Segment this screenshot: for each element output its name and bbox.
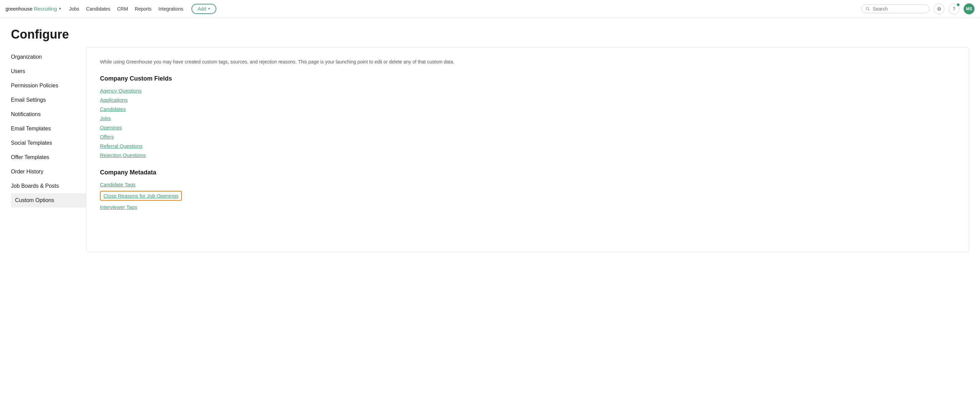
sidebar-item-offer-templates[interactable]: Offer Templates — [11, 150, 86, 164]
svg-line-1 — [869, 9, 869, 10]
help-button[interactable]: ? — [948, 3, 959, 14]
link-referral-questions[interactable]: Referral Questions — [100, 143, 955, 149]
topnav-right: ⚙ ? MS — [861, 3, 975, 14]
company-metadata-section: Company Metadata Candidate Tags Close Re… — [100, 169, 955, 210]
nav-reports[interactable]: Reports — [135, 6, 151, 11]
search-bar[interactable] — [861, 5, 929, 13]
help-question-icon: ? — [953, 6, 955, 11]
add-button[interactable]: Add ▾ — [191, 4, 216, 14]
sidebar-item-email-templates[interactable]: Email Templates — [11, 121, 86, 136]
link-candidate-tags[interactable]: Candidate Tags — [100, 182, 955, 187]
link-applications[interactable]: Applications — [100, 97, 955, 103]
search-icon — [866, 6, 870, 11]
sidebar-item-job-boards-posts[interactable]: Job Boards & Posts — [11, 179, 86, 193]
sidebar-item-organization[interactable]: Organization — [11, 50, 86, 64]
logo-caret: ▾ — [59, 6, 61, 11]
nav-integrations[interactable]: Integrations — [158, 6, 183, 11]
link-interviewer-tags[interactable]: Interviewer Tags — [100, 204, 955, 210]
nav-links: Jobs Candidates CRM Reports Integrations — [69, 6, 184, 11]
content-area: While using Greenhouse you may have crea… — [86, 47, 969, 252]
avatar[interactable]: MS — [964, 3, 975, 14]
sidebar-item-users[interactable]: Users — [11, 64, 86, 78]
content-intro: While using Greenhouse you may have crea… — [100, 58, 955, 65]
sidebar-item-social-templates[interactable]: Social Templates — [11, 136, 86, 150]
topnav: greenhouse Recruiting ▾ Jobs Candidates … — [0, 0, 980, 18]
section-title-metadata: Company Metadata — [100, 169, 955, 176]
link-jobs[interactable]: Jobs — [100, 115, 955, 121]
sidebar-item-notifications[interactable]: Notifications — [11, 107, 86, 121]
nav-jobs[interactable]: Jobs — [69, 6, 80, 11]
add-caret-icon: ▾ — [208, 6, 210, 11]
search-input[interactable] — [872, 6, 925, 11]
sidebar-item-permission-policies[interactable]: Permission Policies — [11, 78, 86, 93]
sidebar-item-order-history[interactable]: Order History — [11, 164, 86, 179]
logo-green: Recruiting — [34, 6, 57, 11]
nav-candidates[interactable]: Candidates — [86, 6, 110, 11]
link-offers[interactable]: Offers — [100, 134, 955, 140]
main-layout: OrganizationUsersPermission PoliciesEmai… — [0, 47, 980, 252]
logo[interactable]: greenhouse Recruiting ▾ — [5, 6, 61, 11]
logo-text: greenhouse — [5, 6, 32, 11]
link-rejection-questions[interactable]: Rejection Questions — [100, 152, 955, 158]
link-candidates[interactable]: Candidates — [100, 106, 955, 112]
sidebar: OrganizationUsersPermission PoliciesEmai… — [11, 47, 86, 252]
sidebar-item-email-settings[interactable]: Email Settings — [11, 93, 86, 107]
settings-button[interactable]: ⚙ — [934, 3, 945, 14]
link-agency-questions[interactable]: Agency Questions — [100, 88, 955, 94]
sidebar-item-custom-options[interactable]: Custom Options — [11, 193, 86, 207]
company-custom-fields-section: Company Custom Fields Agency Questions A… — [100, 75, 955, 158]
settings-icon: ⚙ — [937, 6, 942, 11]
help-badge — [956, 3, 960, 6]
link-openings[interactable]: Openings — [100, 124, 955, 131]
section-title-custom-fields: Company Custom Fields — [100, 75, 955, 82]
page-title-area: Configure — [0, 18, 980, 47]
page-title: Configure — [11, 27, 969, 41]
link-close-reasons[interactable]: Close Reasons for Job Openings — [100, 191, 182, 201]
nav-crm[interactable]: CRM — [117, 6, 128, 11]
